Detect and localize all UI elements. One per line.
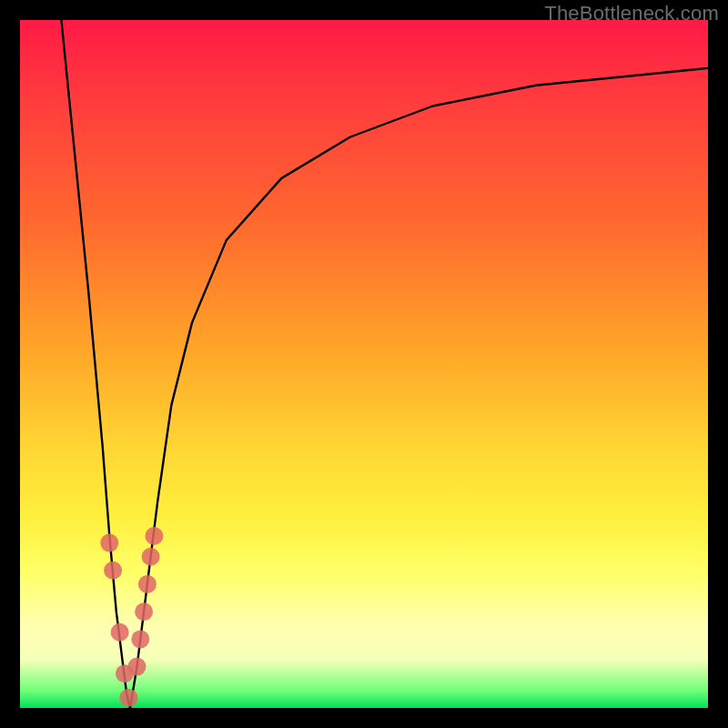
marker-right-cluster — [145, 527, 163, 545]
curve-right-arm — [130, 68, 708, 708]
chart-frame: TheBottleneck.com — [0, 0, 728, 728]
marker-right-cluster — [131, 630, 149, 648]
marker-right-cluster — [138, 575, 157, 593]
chart-svg — [20, 20, 708, 708]
marker-left-cluster — [111, 623, 129, 642]
marker-right-cluster — [135, 602, 153, 621]
plot-area — [20, 20, 708, 708]
watermark-text: TheBottleneck.com — [544, 2, 719, 25]
marker-layer — [100, 527, 163, 707]
marker-right-cluster — [128, 658, 147, 676]
curve-left-arm — [61, 20, 130, 708]
marker-left-cluster — [100, 534, 118, 552]
marker-right-cluster — [142, 548, 160, 566]
marker-left-cluster — [119, 689, 137, 707]
marker-left-cluster — [104, 561, 122, 580]
curve-layer — [61, 20, 708, 708]
